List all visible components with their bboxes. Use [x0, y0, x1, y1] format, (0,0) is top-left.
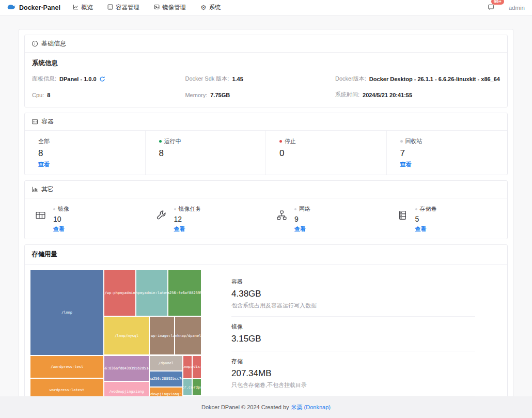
- nav-item-overview[interactable]: 概览: [73, 4, 93, 11]
- field-docker-version: Docker版本: Docker Desktop - 26.1.1 - 6.6.…: [335, 75, 500, 83]
- footer-text: Dokcer DPanel © 2024 Created by: [201, 404, 289, 410]
- view-image-tasks-link[interactable]: 查看: [174, 225, 185, 233]
- treemap-block[interactable]: sha256:836afd8439395b2d5148dae: [104, 355, 149, 381]
- treemap-block[interactable]: ccr.ccs: [183, 379, 192, 396]
- containers-card: 容器 全部 8 查看 运行中 8 停止 0: [24, 113, 508, 175]
- system-info-grid: 面板信息: DPanel - 1.0.0 Docker Sdk 版本: 1.45…: [32, 75, 500, 99]
- storage-item-label: 容器: [231, 278, 243, 286]
- basic-info-card: 基础信息 系统信息 面板信息: DPanel - 1.0.0 Docker Sd…: [24, 35, 508, 107]
- storage-item-desc: 只包含存储卷,不包含挂载目录: [231, 381, 475, 389]
- treemap-block[interactable]: /lnmp/mysql: [104, 316, 149, 355]
- treemap-block[interactable]: sha256:28892bcc7e4: [149, 371, 183, 387]
- stat-label: 镜像任务: [179, 205, 201, 213]
- stat-label: 镜像: [58, 205, 69, 213]
- field-docker-sdk: Docker Sdk 版本: 1.45: [185, 75, 335, 83]
- stat-label: 存储卷: [420, 205, 437, 213]
- update-check-icon[interactable]: [99, 76, 105, 82]
- storage-item-label: 镜像: [231, 323, 243, 331]
- field-memory: Memory: 7.75GB: [185, 91, 335, 99]
- nav-item-images[interactable]: 镜像管理: [154, 4, 186, 11]
- whale-icon: [7, 4, 16, 11]
- wrench-icon: [156, 210, 167, 233]
- stat-stopped: 停止 0: [266, 131, 387, 175]
- treemap-block[interactable]: /dpanel: [149, 355, 183, 371]
- stat-label: 运行中: [164, 137, 181, 145]
- gear-icon: ⚙: [200, 4, 207, 11]
- storage-item-desc: 包含系统占用及容器运行写入数据: [231, 302, 475, 309]
- image-icon: [154, 4, 160, 11]
- treemap-block[interactable]: /lnmp/r: [183, 355, 192, 379]
- stat-recycle: 回收站 7 查看: [387, 131, 508, 175]
- footer: Dokcer DPanel © 2024 Created by 米粟 (Donk…: [0, 396, 532, 418]
- overview-icon: [73, 4, 79, 11]
- view-volumes-link[interactable]: 查看: [415, 225, 427, 233]
- treemap-block[interactable]: /lnmp: [30, 270, 104, 355]
- storage-treemap: /lnmp/wp-phpmyadminphpmyadmin:latestsha2…: [30, 270, 201, 402]
- basic-info-header: 基础信息: [25, 35, 507, 53]
- stat-value: 0: [279, 148, 373, 159]
- stat-value: 9: [294, 215, 310, 223]
- brand-logo[interactable]: Docker-Panel: [7, 4, 60, 11]
- storage-card: 存储用量 /lnmp/wp-phpmyadminphpmyadmin:lates…: [24, 244, 508, 418]
- stat-value: 8: [38, 148, 132, 159]
- label-dot: [294, 208, 296, 210]
- stat-networks: 网络 9 查看: [266, 198, 387, 239]
- containers-header: 容器: [25, 113, 507, 131]
- nav-menu: 概览 容器管理 镜像管理 ⚙ 系统: [73, 4, 221, 11]
- container-icon: [107, 4, 113, 11]
- view-networks-link[interactable]: 查看: [294, 225, 306, 233]
- notification-badge: 99+: [491, 0, 504, 5]
- stopped-dot: [279, 140, 282, 143]
- stat-value: 5: [415, 215, 437, 223]
- containers-stats: 全部 8 查看 运行中 8 停止 0: [25, 131, 507, 175]
- treemap-block[interactable]: redis:l: [192, 355, 201, 379]
- user-menu[interactable]: admin: [509, 5, 525, 11]
- treemap-block[interactable]: donknap/dpanel:p: [175, 316, 201, 355]
- volume-icon: [397, 210, 408, 233]
- treemap-block[interactable]: phpmyadmin:latest: [136, 270, 168, 316]
- others-card: 其它 镜像 10 查看: [24, 180, 508, 239]
- view-recycle-link[interactable]: 查看: [400, 161, 412, 168]
- section-title: 其它: [41, 185, 54, 194]
- nav-item-containers[interactable]: 容器管理: [107, 4, 139, 11]
- stat-label: 网络: [299, 205, 310, 213]
- stat-value: 10: [53, 215, 69, 223]
- storage-title: 存储用量: [25, 245, 507, 265]
- nav-item-label: 系统: [209, 4, 221, 11]
- stat-value: 8: [159, 148, 253, 159]
- field-cpu: Cpu: 8: [32, 91, 185, 99]
- treemap-block[interactable]: wordpre: [192, 379, 201, 396]
- nav-item-label: 镜像管理: [162, 4, 186, 11]
- storage-item-value: 4.38GB: [231, 289, 475, 299]
- notification-button[interactable]: 99+: [488, 3, 494, 12]
- view-all-link[interactable]: 查看: [38, 161, 50, 168]
- nav-item-system[interactable]: ⚙ 系统: [200, 4, 221, 11]
- storage-item-containers: 容器 4.38GB 包含系统占用及容器运行写入数据: [231, 272, 475, 317]
- section-title: 容器: [41, 117, 54, 126]
- nav-item-label: 概览: [81, 4, 93, 11]
- footer-author-link[interactable]: 米粟 (Donknap): [291, 404, 331, 411]
- stat-label: 停止: [285, 137, 296, 145]
- stat-label: 全部: [38, 137, 50, 145]
- stat-volumes: 存储卷 5 查看: [387, 198, 508, 239]
- field-system-time: 系统时间: 2024/5/21 20:41:55: [335, 91, 500, 99]
- system-info-title: 系统信息: [32, 59, 500, 68]
- main-content: 基础信息 系统信息 面板信息: DPanel - 1.0.0 Docker Sd…: [19, 29, 513, 418]
- stat-running: 运行中 8: [146, 131, 267, 175]
- view-images-link[interactable]: 查看: [53, 225, 65, 233]
- running-dot: [159, 140, 162, 143]
- chart-icon: [32, 186, 38, 193]
- treemap-block[interactable]: /wp-phpmyadmin: [104, 270, 136, 316]
- container-section-icon: [32, 118, 38, 125]
- treemap-block[interactable]: my-wp-image:late: [149, 316, 175, 355]
- stat-images: 镜像 10 查看: [25, 198, 146, 239]
- storage-item-images: 镜像 3.15GB: [231, 317, 475, 351]
- treemap-block[interactable]: /wordpress-test: [30, 355, 104, 379]
- storage-item-label: 存储: [231, 358, 243, 365]
- treemap-block[interactable]: sha256:fe6af88259961: [168, 270, 201, 316]
- info-icon: [32, 40, 38, 47]
- stat-label: 回收站: [405, 137, 423, 145]
- nav-item-label: 容器管理: [116, 4, 139, 11]
- stat-all: 全部 8 查看: [25, 131, 146, 175]
- storage-item-value: 207.34MB: [231, 368, 475, 379]
